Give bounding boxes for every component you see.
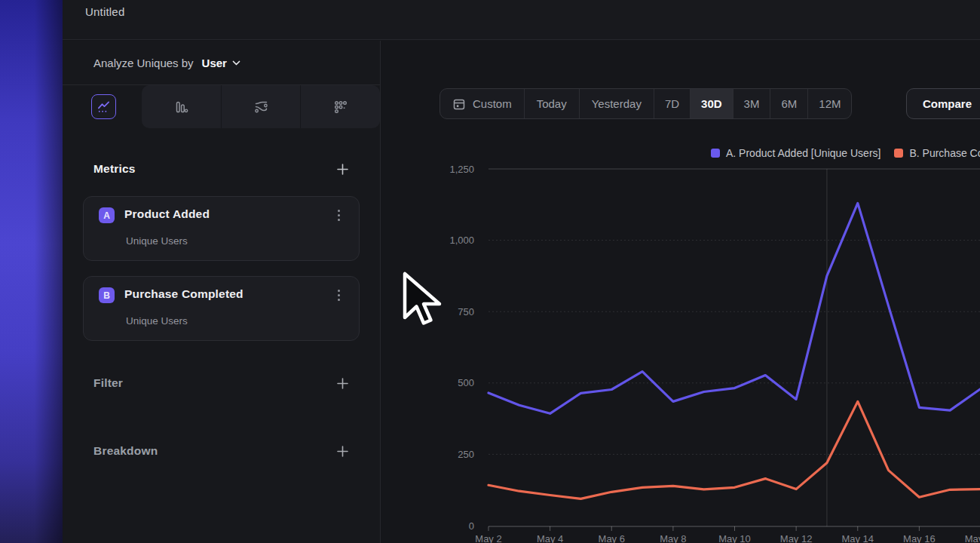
chart-type-tabs [63,85,380,128]
line-chart-icon [96,100,111,114]
line-chart[interactable]: 02505007501,0001,250May 2May 4May 6May 8… [381,41,980,543]
metrics-section-header: Metrics [63,154,380,184]
metric-subtitle[interactable]: Unique Users [126,315,188,327]
y-tick-label: 0 [469,520,474,532]
x-tick-label: May 14 [841,533,874,543]
metric-name: Product Added [124,207,210,221]
add-filter-button[interactable] [335,376,350,391]
analyze-by-dropdown[interactable]: User [202,57,240,69]
tab-metrics-grid[interactable] [300,85,380,128]
metric-name: Purchase Completed [124,287,243,301]
y-tick-label: 1,250 [449,164,474,175]
plus-icon [336,163,349,176]
x-tick-label: May 8 [660,533,686,543]
chevron-down-icon [232,60,240,66]
y-tick-label: 1,000 [449,235,474,246]
y-tick-label: 250 [458,449,474,460]
insights-report-app: Untitled Analyze Uniques by User [0,0,980,543]
x-tick-label: May 12 [780,533,813,543]
chart-type-tab-strip [142,85,380,128]
query-builder-sidebar: Analyze Uniques by User [63,41,381,543]
tab-flows[interactable] [221,85,301,128]
report-title[interactable]: Untitled [85,5,124,18]
metric-card-a[interactable]: A Product Added Unique Users [83,196,360,261]
analyze-label: Analyze Uniques by [93,57,194,69]
x-tick-label: May 4 [537,533,563,543]
breakdown-title: Breakdown [93,444,158,458]
flows-icon [253,100,269,115]
chart-panel: CustomTodayYesterday7D30D3M6M12M Compare… [381,41,980,543]
x-tick-label: May 6 [599,533,625,543]
x-tick-label: May 2 [475,533,501,543]
metric-subtitle[interactable]: Unique Users [126,235,188,247]
x-tick-label: May 10 [718,533,751,543]
tab-bar-chart[interactable] [142,85,221,128]
filter-section-header: Filter [63,368,380,398]
metric-badge-b: B [99,287,115,303]
x-tick-label: May 16 [903,533,936,543]
y-tick-label: 750 [458,306,474,318]
add-breakdown-button[interactable] [335,443,350,459]
metric-options-icon[interactable] [332,287,345,303]
analyze-row: Analyze Uniques by User [63,41,380,85]
metrics-title: Metrics [93,162,136,176]
breakdown-section-header: Breakdown [63,436,380,466]
plus-icon [336,445,349,458]
metric-card-b[interactable]: B Purchase Completed Unique Users [83,276,360,341]
top-bar: Untitled [63,0,980,40]
brand-gradient-strip [0,0,63,543]
y-tick-label: 500 [458,377,474,388]
x-tick-label: May 18 [965,533,980,543]
plus-icon [336,377,349,390]
metric-options-icon[interactable] [332,207,345,223]
analyze-by-value: User [202,57,227,69]
add-metric-button[interactable] [335,161,350,176]
bar-chart-icon [173,100,188,115]
filter-title: Filter [93,376,123,390]
series-line[interactable] [488,203,980,413]
series-line[interactable] [488,401,980,499]
metric-badge-a: A [99,207,115,223]
tab-line-chart[interactable] [91,94,116,119]
grid-dots-icon [333,100,348,115]
